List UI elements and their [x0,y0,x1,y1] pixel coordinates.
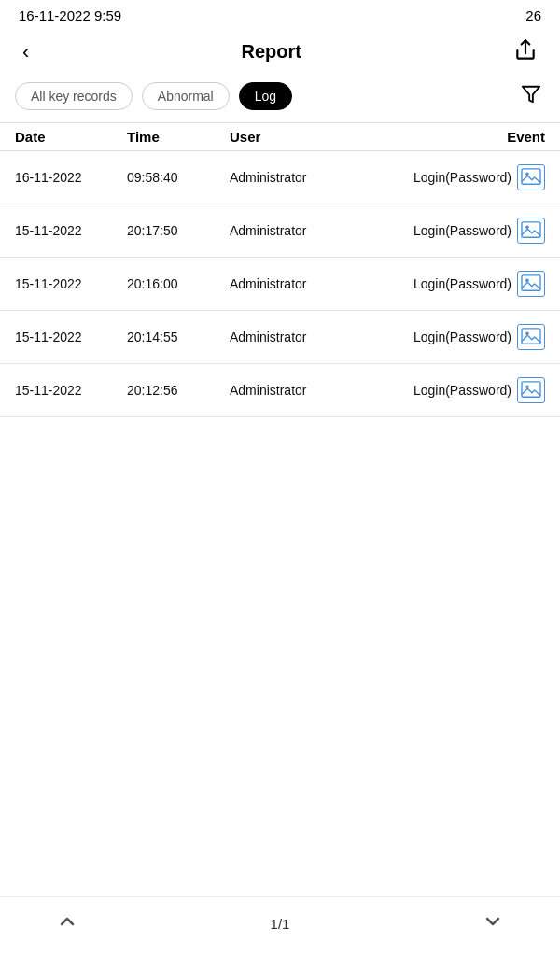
row-time: 20:14:55 [127,330,230,344]
row-event-cell: Login(Password) [351,324,545,350]
row-user: Administrator [230,276,351,291]
table-row[interactable]: 15-11-2022 20:12:56 Administrator Login(… [0,364,560,417]
col-date: Date [15,129,127,145]
status-bar: 16-11-2022 9:59 26 [0,0,560,31]
table-body: 16-11-2022 09:58:40 Administrator Login(… [0,151,560,417]
row-event-text: Login(Password) [413,330,511,344]
row-user: Administrator [230,383,351,398]
table-row[interactable]: 15-11-2022 20:17:50 Administrator Login(… [0,204,560,258]
table-row[interactable]: 15-11-2022 20:16:00 Administrator Login(… [0,258,560,311]
svg-point-3 [525,173,529,176]
share-icon [513,38,538,63]
filter-icon-button[interactable] [517,80,545,111]
svg-point-11 [525,386,529,389]
svg-rect-6 [522,275,540,290]
row-date: 15-11-2022 [15,223,127,238]
row-user: Administrator [230,170,351,185]
row-user: Administrator [230,330,351,344]
row-event-text: Login(Password) [413,276,511,291]
col-time: Time [127,129,230,145]
row-time: 20:12:56 [127,383,230,398]
image-thumbnail-button[interactable] [517,218,545,244]
image-thumbnail-button[interactable] [517,324,545,350]
log-button[interactable]: Log [239,82,292,110]
table-header: Date Time User Event [0,122,560,151]
image-icon [521,328,541,346]
image-icon [521,221,541,240]
svg-point-9 [525,332,529,336]
image-icon [521,381,541,400]
chevron-down-icon [482,910,504,933]
image-thumbnail-button[interactable] [517,271,545,297]
row-event-text: Login(Password) [413,223,511,238]
row-time: 20:16:00 [127,276,230,291]
status-time: 16-11-2022 9:59 [19,7,121,23]
filter-icon [521,84,541,105]
svg-marker-1 [523,87,539,103]
svg-rect-8 [522,329,540,344]
row-event-cell: Login(Password) [351,271,545,297]
back-button[interactable]: ‹ [19,36,33,68]
next-page-button[interactable] [482,910,504,937]
col-event: Event [351,129,545,145]
row-event-text: Login(Password) [413,383,511,398]
row-event-cell: Login(Password) [351,164,545,190]
row-date: 15-11-2022 [15,276,127,291]
col-user: User [230,129,351,145]
row-date: 15-11-2022 [15,330,127,344]
battery-level: 26 [525,7,541,23]
image-thumbnail-button[interactable] [517,377,545,403]
svg-point-7 [525,279,529,283]
header: ‹ Report [0,31,560,80]
row-date: 15-11-2022 [15,383,127,398]
image-icon [521,168,541,187]
page-title: Report [241,41,301,63]
prev-page-button[interactable] [56,910,78,937]
table-row[interactable]: 16-11-2022 09:58:40 Administrator Login(… [0,151,560,204]
row-event-cell: Login(Password) [351,218,545,244]
abnormal-button[interactable]: Abnormal [142,82,230,110]
bottom-navigation: 1/1 [0,896,560,956]
image-thumbnail-button[interactable] [517,164,545,190]
row-user: Administrator [230,223,351,238]
svg-rect-10 [522,382,540,397]
row-time: 20:17:50 [127,223,230,238]
all-key-records-button[interactable]: All key records [15,82,133,110]
row-event-cell: Login(Password) [351,377,545,403]
table-row[interactable]: 15-11-2022 20:14:55 Administrator Login(… [0,311,560,364]
share-button[interactable] [510,35,541,69]
row-time: 09:58:40 [127,170,230,185]
filter-bar: All key records Abnormal Log [0,80,560,122]
row-date: 16-11-2022 [15,170,127,185]
row-event-text: Login(Password) [413,170,511,185]
image-icon [521,274,541,293]
chevron-up-icon [56,910,78,933]
svg-rect-4 [522,222,540,237]
svg-rect-2 [522,169,540,184]
page-indicator: 1/1 [271,916,290,932]
svg-point-5 [525,226,529,230]
